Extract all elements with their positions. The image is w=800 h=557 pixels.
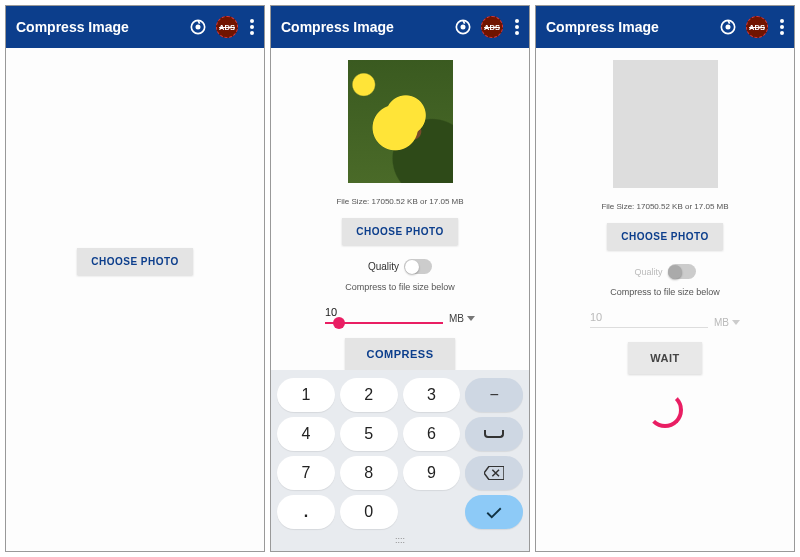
cast-icon[interactable]: [453, 17, 473, 37]
app-bar: Compress Image ADS: [536, 6, 794, 48]
image-preview[interactable]: [348, 60, 453, 183]
cast-icon[interactable]: [188, 17, 208, 37]
backspace-icon: [484, 466, 504, 480]
overflow-menu-icon[interactable]: [515, 19, 519, 35]
screen-content: File Size: 17050.52 KB or 17.05 MB CHOOS…: [271, 48, 529, 370]
compress-to-label: Compress to file size below: [345, 282, 455, 292]
numeric-keypad: 1 2 3 − 4 5 6 7 8 9 . 0 ::::: [271, 370, 529, 551]
app-title: Compress Image: [546, 19, 710, 35]
key-8[interactable]: 8: [340, 456, 398, 490]
text-cursor-icon: [333, 317, 345, 329]
app-title: Compress Image: [16, 19, 180, 35]
svg-point-5: [726, 25, 729, 28]
unit-select[interactable]: MB: [449, 313, 475, 324]
compress-to-label: Compress to file size below: [610, 287, 720, 297]
screen-content: CHOOSE PHOTO: [6, 48, 264, 551]
key-7[interactable]: 7: [277, 456, 335, 490]
screen-initial: Compress Image ADS CHOOSE PHOTO: [5, 5, 265, 552]
image-preview-placeholder: [613, 60, 718, 188]
cast-icon[interactable]: [718, 17, 738, 37]
choose-photo-button[interactable]: CHOOSE PHOTO: [77, 248, 193, 275]
choose-photo-button[interactable]: CHOOSE PHOTO: [607, 223, 723, 250]
screen-processing: Compress Image ADS File Size: 17050.52 K…: [535, 5, 795, 552]
check-icon: [485, 505, 503, 519]
overflow-menu-icon[interactable]: [780, 19, 784, 35]
key-1[interactable]: 1: [277, 378, 335, 412]
choose-photo-button[interactable]: CHOOSE PHOTO: [342, 218, 458, 245]
keyboard-handle-icon[interactable]: ::::: [277, 533, 523, 547]
chevron-down-icon: [467, 316, 475, 321]
key-0[interactable]: 0: [340, 495, 398, 529]
key-3[interactable]: 3: [403, 378, 461, 412]
svg-point-3: [461, 25, 464, 28]
loading-spinner-icon: [647, 392, 683, 428]
compress-button[interactable]: COMPRESS: [345, 338, 456, 370]
quality-toggle: [668, 264, 696, 279]
no-ads-icon[interactable]: ADS: [216, 16, 238, 38]
no-ads-icon[interactable]: ADS: [481, 16, 503, 38]
key-dot[interactable]: .: [277, 495, 335, 529]
quality-label: Quality: [368, 261, 399, 272]
chevron-down-icon: [732, 320, 740, 325]
wait-button: WAIT: [628, 342, 702, 374]
key-4[interactable]: 4: [277, 417, 335, 451]
app-title: Compress Image: [281, 19, 445, 35]
file-size-label: File Size: 17050.52 KB or 17.05 MB: [601, 202, 728, 211]
target-size-input[interactable]: 10: [325, 306, 443, 324]
no-ads-icon[interactable]: ADS: [746, 16, 768, 38]
unit-select: MB: [714, 317, 740, 328]
key-backspace[interactable]: [465, 456, 523, 490]
target-size-input: 10: [590, 311, 708, 328]
screen-content: File Size: 17050.52 KB or 17.05 MB CHOOS…: [536, 48, 794, 551]
screen-configure: Compress Image ADS File Size: 17050.52 K…: [270, 5, 530, 552]
key-6[interactable]: 6: [403, 417, 461, 451]
app-bar: Compress Image ADS: [6, 6, 264, 48]
quality-label: Quality: [634, 267, 662, 277]
overflow-menu-icon[interactable]: [250, 19, 254, 35]
key-2[interactable]: 2: [340, 378, 398, 412]
quality-toggle[interactable]: [404, 259, 432, 274]
space-icon: [484, 430, 504, 438]
file-size-label: File Size: 17050.52 KB or 17.05 MB: [336, 197, 463, 206]
key-9[interactable]: 9: [403, 456, 461, 490]
key-minus[interactable]: −: [465, 378, 523, 412]
svg-point-1: [196, 25, 199, 28]
key-enter[interactable]: [465, 495, 523, 529]
app-bar: Compress Image ADS: [271, 6, 529, 48]
key-5[interactable]: 5: [340, 417, 398, 451]
key-space[interactable]: [465, 417, 523, 451]
